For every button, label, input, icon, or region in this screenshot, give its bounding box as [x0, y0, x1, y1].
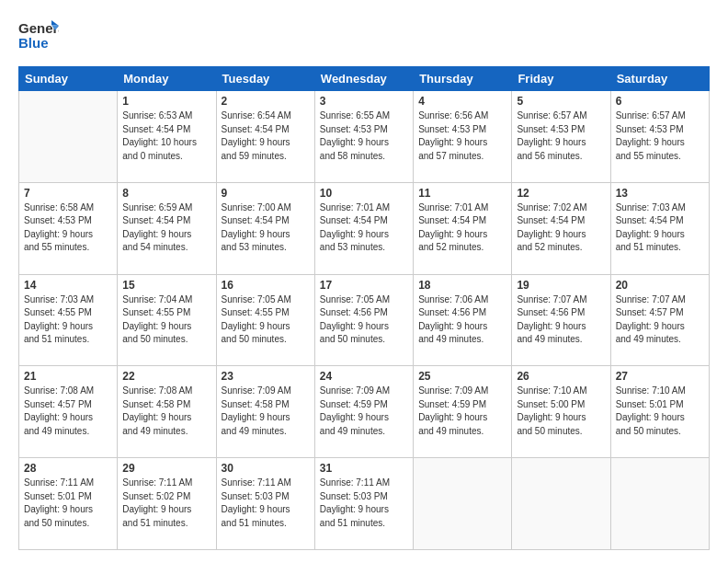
day-number: 8: [122, 187, 210, 200]
calendar-cell: 3Sunrise: 6:55 AM Sunset: 4:53 PM Daylig…: [314, 91, 413, 183]
day-info: Sunrise: 7:11 AM Sunset: 5:02 PM Dayligh…: [122, 477, 210, 530]
calendar-cell: 7Sunrise: 6:58 AM Sunset: 4:53 PM Daylig…: [19, 182, 118, 274]
calendar-cell: 5Sunrise: 6:57 AM Sunset: 4:53 PM Daylig…: [512, 91, 610, 183]
day-info: Sunrise: 7:07 AM Sunset: 4:57 PM Dayligh…: [616, 293, 704, 347]
calendar-cell: 31Sunrise: 7:11 AM Sunset: 5:03 PM Dayli…: [314, 458, 413, 550]
day-info: Sunrise: 7:01 AM Sunset: 4:54 PM Dayligh…: [418, 201, 506, 255]
logo: General Blue: [18, 17, 59, 57]
calendar-cell: 16Sunrise: 7:05 AM Sunset: 4:55 PM Dayli…: [216, 274, 314, 366]
day-number: 7: [24, 187, 112, 200]
day-number: 29: [122, 462, 210, 475]
calendar-cell: 11Sunrise: 7:01 AM Sunset: 4:54 PM Dayli…: [414, 182, 512, 274]
calendar-cell: 22Sunrise: 7:08 AM Sunset: 4:58 PM Dayli…: [118, 366, 216, 458]
day-number: 4: [418, 95, 506, 108]
day-number: 6: [616, 95, 704, 108]
col-header-monday: Monday: [118, 67, 216, 91]
day-number: 1: [122, 95, 210, 108]
day-info: Sunrise: 7:08 AM Sunset: 4:58 PM Dayligh…: [122, 385, 210, 438]
calendar-cell: 13Sunrise: 7:03 AM Sunset: 4:54 PM Dayli…: [610, 182, 709, 274]
day-number: 24: [320, 370, 408, 383]
calendar-cell: 4Sunrise: 6:56 AM Sunset: 4:53 PM Daylig…: [414, 91, 512, 183]
calendar-cell: 23Sunrise: 7:09 AM Sunset: 4:58 PM Dayli…: [216, 366, 314, 458]
day-info: Sunrise: 7:09 AM Sunset: 4:58 PM Dayligh…: [222, 385, 310, 438]
day-number: 27: [616, 370, 704, 383]
calendar-cell: [414, 458, 512, 550]
day-info: Sunrise: 7:10 AM Sunset: 5:01 PM Dayligh…: [616, 385, 704, 438]
day-number: 26: [517, 370, 605, 383]
calendar-week-row: 28Sunrise: 7:11 AM Sunset: 5:01 PM Dayli…: [19, 458, 710, 550]
calendar-cell: 8Sunrise: 6:59 AM Sunset: 4:54 PM Daylig…: [118, 182, 216, 274]
day-number: 14: [24, 279, 112, 292]
day-number: 22: [122, 370, 210, 383]
calendar-week-row: 1Sunrise: 6:53 AM Sunset: 4:54 PM Daylig…: [19, 91, 710, 183]
day-info: Sunrise: 6:54 AM Sunset: 4:54 PM Dayligh…: [222, 109, 310, 163]
calendar-cell: 10Sunrise: 7:01 AM Sunset: 4:54 PM Dayli…: [314, 182, 413, 274]
col-header-friday: Friday: [512, 67, 610, 91]
calendar-cell: 19Sunrise: 7:07 AM Sunset: 4:56 PM Dayli…: [512, 274, 610, 366]
calendar-cell: 2Sunrise: 6:54 AM Sunset: 4:54 PM Daylig…: [216, 91, 314, 183]
calendar-cell: 28Sunrise: 7:11 AM Sunset: 5:01 PM Dayli…: [19, 458, 118, 550]
col-header-thursday: Thursday: [414, 67, 512, 91]
calendar-week-row: 14Sunrise: 7:03 AM Sunset: 4:55 PM Dayli…: [19, 274, 710, 366]
day-number: 12: [517, 187, 605, 200]
calendar-cell: 25Sunrise: 7:09 AM Sunset: 4:59 PM Dayli…: [414, 366, 512, 458]
day-info: Sunrise: 7:00 AM Sunset: 4:54 PM Dayligh…: [222, 201, 310, 255]
calendar-cell: [610, 458, 709, 550]
day-number: 25: [418, 370, 506, 383]
day-info: Sunrise: 7:01 AM Sunset: 4:54 PM Dayligh…: [320, 201, 408, 255]
logo-svg: General Blue: [18, 17, 59, 57]
calendar-cell: 14Sunrise: 7:03 AM Sunset: 4:55 PM Dayli…: [19, 274, 118, 366]
day-info: Sunrise: 6:57 AM Sunset: 4:53 PM Dayligh…: [616, 109, 704, 163]
day-number: 15: [122, 279, 210, 292]
day-info: Sunrise: 7:11 AM Sunset: 5:01 PM Dayligh…: [24, 477, 112, 530]
calendar-cell: 27Sunrise: 7:10 AM Sunset: 5:01 PM Dayli…: [610, 366, 709, 458]
calendar-cell: 21Sunrise: 7:08 AM Sunset: 4:57 PM Dayli…: [19, 366, 118, 458]
page: General Blue SundayMondayTuesdayWednesda…: [0, 0, 728, 563]
col-header-sunday: Sunday: [19, 67, 118, 91]
calendar-cell: 12Sunrise: 7:02 AM Sunset: 4:54 PM Dayli…: [512, 182, 610, 274]
day-number: 10: [320, 187, 408, 200]
day-number: 16: [222, 279, 310, 292]
day-number: 13: [616, 187, 704, 200]
day-info: Sunrise: 7:07 AM Sunset: 4:56 PM Dayligh…: [517, 293, 605, 347]
day-number: 23: [222, 370, 310, 383]
svg-text:Blue: Blue: [18, 35, 49, 51]
day-info: Sunrise: 7:04 AM Sunset: 4:55 PM Dayligh…: [122, 293, 210, 347]
calendar-cell: 15Sunrise: 7:04 AM Sunset: 4:55 PM Dayli…: [118, 274, 216, 366]
col-header-wednesday: Wednesday: [314, 67, 413, 91]
calendar-cell: 20Sunrise: 7:07 AM Sunset: 4:57 PM Dayli…: [610, 274, 709, 366]
day-number: 17: [320, 279, 408, 292]
calendar-cell: [19, 91, 118, 183]
day-number: 19: [517, 279, 605, 292]
day-number: 9: [222, 187, 310, 200]
day-number: 28: [24, 462, 112, 475]
calendar-week-row: 7Sunrise: 6:58 AM Sunset: 4:53 PM Daylig…: [19, 182, 710, 274]
day-number: 11: [418, 187, 506, 200]
col-header-saturday: Saturday: [610, 67, 709, 91]
calendar-table: SundayMondayTuesdayWednesdayThursdayFrid…: [18, 66, 710, 550]
calendar-cell: 29Sunrise: 7:11 AM Sunset: 5:02 PM Dayli…: [118, 458, 216, 550]
calendar-cell: 30Sunrise: 7:11 AM Sunset: 5:03 PM Dayli…: [216, 458, 314, 550]
day-info: Sunrise: 7:02 AM Sunset: 4:54 PM Dayligh…: [517, 201, 605, 255]
day-info: Sunrise: 7:05 AM Sunset: 4:56 PM Dayligh…: [320, 293, 408, 347]
day-info: Sunrise: 6:55 AM Sunset: 4:53 PM Dayligh…: [320, 109, 408, 163]
day-number: 31: [320, 462, 408, 475]
day-number: 2: [222, 95, 310, 108]
day-info: Sunrise: 7:06 AM Sunset: 4:56 PM Dayligh…: [418, 293, 506, 347]
calendar-cell: 6Sunrise: 6:57 AM Sunset: 4:53 PM Daylig…: [610, 91, 709, 183]
day-info: Sunrise: 6:59 AM Sunset: 4:54 PM Dayligh…: [122, 201, 210, 255]
day-number: 21: [24, 370, 112, 383]
day-number: 20: [616, 279, 704, 292]
day-number: 5: [517, 95, 605, 108]
day-number: 3: [320, 95, 408, 108]
day-info: Sunrise: 7:10 AM Sunset: 5:00 PM Dayligh…: [517, 385, 605, 438]
day-info: Sunrise: 7:03 AM Sunset: 4:55 PM Dayligh…: [24, 293, 112, 347]
day-info: Sunrise: 6:53 AM Sunset: 4:54 PM Dayligh…: [122, 109, 210, 163]
day-info: Sunrise: 7:05 AM Sunset: 4:55 PM Dayligh…: [222, 293, 310, 347]
calendar-cell: 1Sunrise: 6:53 AM Sunset: 4:54 PM Daylig…: [118, 91, 216, 183]
day-info: Sunrise: 6:57 AM Sunset: 4:53 PM Dayligh…: [517, 109, 605, 163]
calendar-cell: 24Sunrise: 7:09 AM Sunset: 4:59 PM Dayli…: [314, 366, 413, 458]
day-info: Sunrise: 7:03 AM Sunset: 4:54 PM Dayligh…: [616, 201, 704, 255]
calendar-cell: 17Sunrise: 7:05 AM Sunset: 4:56 PM Dayli…: [314, 274, 413, 366]
day-info: Sunrise: 6:58 AM Sunset: 4:53 PM Dayligh…: [24, 201, 112, 255]
